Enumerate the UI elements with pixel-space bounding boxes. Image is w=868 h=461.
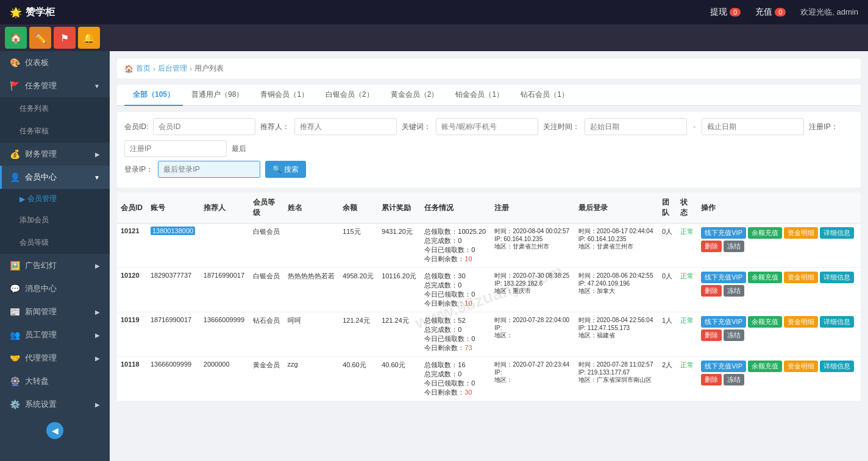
action-btn-详细信息[interactable]: 详细信息 xyxy=(820,316,854,328)
filter-row-2: 登录IP： 🔍 搜索 xyxy=(124,161,853,178)
welcome-text: 欢迎光临, admin xyxy=(800,7,858,18)
filter-section: 会员ID: 推荐人： 关键词： 关注时间： - 注册IP： 最后 登录IP： 🔍 xyxy=(117,112,861,188)
action-btn-详细信息[interactable]: 详细信息 xyxy=(820,227,854,239)
sidebar-label-dashboard: 仪表板 xyxy=(25,57,49,68)
cell-name: 呵呵 xyxy=(284,312,340,357)
table-row: 10118 13666009999 2000000 黄金会员 zzg 40.60… xyxy=(117,357,861,401)
withdraw-badge: 0 xyxy=(730,8,741,16)
th-referrer: 推荐人 xyxy=(200,192,249,223)
tab-silver[interactable]: 白银会员（2） xyxy=(317,85,382,106)
task-icon-btn[interactable]: ⚑ xyxy=(54,27,76,49)
action-btn-冻结[interactable]: 冻结 xyxy=(724,374,744,385)
action-btn-线下充值VIP[interactable]: 线下充值VIP xyxy=(701,316,746,328)
th-member-id: 会员ID xyxy=(117,192,147,223)
top-navbar: 🌟 赞学柜 提现 0 充值 0 欢迎光临, admin xyxy=(0,0,868,24)
login-ip-input[interactable] xyxy=(158,161,260,178)
breadcrumb-backend[interactable]: 后台管理 xyxy=(158,63,187,74)
tab-platinum[interactable]: 铂金会员（1） xyxy=(447,85,512,106)
sidebar-label-staff: 员工管理 xyxy=(25,329,57,340)
task-submenu: 任务列表 任务审核 xyxy=(0,97,110,143)
sidebar-item-sys-settings[interactable]: ⚙️ 系统设置 ▶ xyxy=(0,393,110,416)
sidebar-label-message: 消息中心 xyxy=(25,283,57,294)
tab-normal[interactable]: 普通用户（98） xyxy=(183,85,252,106)
sidebar-item-task-audit[interactable]: 任务审核 xyxy=(0,120,110,143)
action-btn-资金明细[interactable]: 资金明细 xyxy=(784,361,818,372)
layout: 🎨 仪表板 🚩 任务管理 ▼ 任务列表 任务审核 💰 财务管理 ▶ 👤 会员中心… xyxy=(0,51,868,461)
sidebar-item-task-mgmt[interactable]: 🚩 任务管理 ▼ xyxy=(0,74,110,97)
tab-diamond[interactable]: 钻石会员（1） xyxy=(512,85,577,106)
action-btn-冻结[interactable]: 冻结 xyxy=(724,241,744,252)
reg-ip-input[interactable] xyxy=(124,140,227,157)
sidebar-item-add-member[interactable]: 添加会员 xyxy=(0,209,110,231)
sidebar-item-member-mgmt[interactable]: ▶ 会员管理 xyxy=(0,189,110,209)
edit-icon-btn[interactable]: ✏️ xyxy=(29,27,51,49)
sidebar-item-member-level[interactable]: 会员等级 xyxy=(0,231,110,254)
login-ip-label: 登录IP： xyxy=(124,164,153,175)
bell-icon-btn[interactable]: 🔔 xyxy=(78,27,100,49)
sidebar-label-task-mgmt: 任务管理 xyxy=(25,80,57,91)
cell-name: zzg xyxy=(284,357,340,401)
cell-account: 18290377737 xyxy=(147,268,200,312)
cell-task: 总领取数：30总完成数：0今日已领取数：0今日剩余数：10 xyxy=(421,268,491,312)
action-btn-资金明细[interactable]: 资金明细 xyxy=(784,272,818,283)
sidebar-item-task-list[interactable]: 任务列表 xyxy=(0,97,110,120)
news-arrow: ▶ xyxy=(95,309,100,315)
tab-gold[interactable]: 黄金会员（2） xyxy=(382,85,447,106)
action-btn-冻结[interactable]: 冻结 xyxy=(724,285,744,297)
sidebar-label-sys-settings: 系统设置 xyxy=(25,399,57,410)
withdraw-btn[interactable]: 提现 0 xyxy=(710,7,741,18)
member-id-input[interactable] xyxy=(153,118,255,135)
action-btn-详细信息[interactable]: 详细信息 xyxy=(820,272,854,283)
cell-reward: 121.24元 xyxy=(378,312,421,357)
action-btn-资金明细[interactable]: 资金明细 xyxy=(784,316,818,328)
cell-reward: 9431.20元 xyxy=(378,223,421,268)
action-btn-删除[interactable]: 删除 xyxy=(701,329,722,341)
sidebar-item-staff[interactable]: 👥 员工管理 ▶ xyxy=(0,323,110,347)
sidebar-item-turntable[interactable]: 🎡 大转盘 xyxy=(0,370,110,393)
icon-toolbar: 🏠 ✏️ ⚑ 🔔 xyxy=(0,24,868,51)
action-btn-冻结[interactable]: 冻结 xyxy=(724,329,744,341)
sidebar-item-news[interactable]: 📰 新闻管理 ▶ xyxy=(0,300,110,323)
search-button[interactable]: 🔍 搜索 xyxy=(265,161,306,178)
collapse-sidebar-btn[interactable]: ◀ xyxy=(46,422,63,439)
recharge-btn[interactable]: 充值 0 xyxy=(755,7,786,18)
sidebar-label-task-audit: 任务审核 xyxy=(20,126,49,136)
member-mgmt-arrow-icon: ▶ xyxy=(20,195,25,203)
cell-reg: 时间：2020-07-27 20:23:44IP:地区： xyxy=(491,357,574,401)
end-date-input[interactable] xyxy=(702,118,804,135)
sidebar-item-member-center[interactable]: 👤 会员中心 ▼ xyxy=(0,166,110,189)
tab-bronze[interactable]: 青铜会员（1） xyxy=(252,85,317,106)
sidebar-item-ad-slide[interactable]: 🖼️ 广告幻灯 ▶ xyxy=(0,254,110,277)
referrer-input[interactable] xyxy=(294,118,397,135)
home-icon-btn[interactable]: 🏠 xyxy=(5,27,27,49)
cell-actions: 线下充值VIP余额充值资金明细详细信息 删除冻结 xyxy=(697,312,861,357)
th-last-login: 最后登录 xyxy=(575,192,658,223)
action-btn-线下充值VIP[interactable]: 线下充值VIP xyxy=(701,272,746,283)
sidebar: 🎨 仪表板 🚩 任务管理 ▼ 任务列表 任务审核 💰 财务管理 ▶ 👤 会员中心… xyxy=(0,51,110,461)
keyword-input[interactable] xyxy=(436,118,538,135)
sidebar-label-member-mgmt: 会员管理 xyxy=(27,194,57,204)
cell-balance: 121.24元 xyxy=(339,312,378,357)
sidebar-item-message[interactable]: 💬 消息中心 xyxy=(0,277,110,300)
action-btn-详细信息[interactable]: 详细信息 xyxy=(820,361,854,372)
breadcrumb-home[interactable]: 首页 xyxy=(136,63,151,74)
cell-actions: 线下充值VIP余额充值资金明细详细信息 删除冻结 xyxy=(697,357,861,401)
sidebar-item-dashboard[interactable]: 🎨 仪表板 xyxy=(0,51,110,74)
action-btn-资金明细[interactable]: 资金明细 xyxy=(784,227,818,239)
member-center-icon: 👤 xyxy=(10,172,20,182)
action-btn-余额充值[interactable]: 余额充值 xyxy=(748,361,782,372)
last-label: 最后 xyxy=(232,144,246,154)
start-date-input[interactable] xyxy=(585,118,687,135)
action-btn-余额充值[interactable]: 余额充值 xyxy=(748,227,782,239)
action-btn-删除[interactable]: 删除 xyxy=(701,374,722,385)
sidebar-item-agent[interactable]: 🤝 代理管理 ▶ xyxy=(0,347,110,370)
action-btn-删除[interactable]: 删除 xyxy=(701,241,722,252)
action-btn-线下充值VIP[interactable]: 线下充值VIP xyxy=(701,227,746,239)
action-btn-余额充值[interactable]: 余额充值 xyxy=(748,316,782,328)
sidebar-item-finance[interactable]: 💰 财务管理 ▶ xyxy=(0,143,110,166)
action-btn-删除[interactable]: 删除 xyxy=(701,285,722,297)
tab-all[interactable]: 全部（105） xyxy=(124,85,183,106)
action-btn-余额充值[interactable]: 余额充值 xyxy=(748,272,782,283)
action-btn-线下充值VIP[interactable]: 线下充值VIP xyxy=(701,361,746,372)
member-center-arrow: ▼ xyxy=(94,174,100,181)
